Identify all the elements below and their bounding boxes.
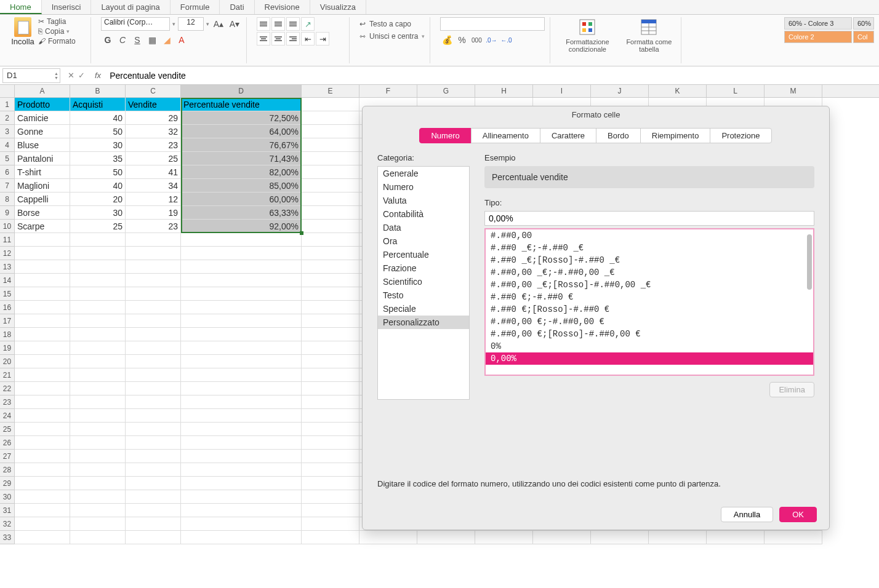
cell[interactable] <box>15 409 70 423</box>
row-header[interactable]: 2 <box>0 111 15 125</box>
cell[interactable] <box>707 531 765 544</box>
cell[interactable] <box>302 138 359 152</box>
category-item[interactable]: Speciale <box>378 302 469 316</box>
row-header[interactable]: 22 <box>0 382 15 395</box>
cell[interactable] <box>15 301 70 314</box>
cell[interactable] <box>181 287 302 301</box>
cell[interactable] <box>126 341 181 355</box>
cell[interactable]: 50 <box>70 165 126 179</box>
cell[interactable] <box>302 341 359 355</box>
category-item[interactable]: Data <box>378 221 469 234</box>
row-header[interactable]: 19 <box>0 341 15 355</box>
cell[interactable] <box>126 247 181 260</box>
row-header[interactable]: 5 <box>0 152 15 165</box>
cell[interactable] <box>70 368 126 382</box>
ribbon-tab-layout-di-pagina[interactable]: Layout di pagina <box>91 0 170 14</box>
cell[interactable] <box>70 287 126 301</box>
row-header[interactable]: 12 <box>0 247 15 260</box>
row-header[interactable]: 33 <box>0 531 15 544</box>
row-header[interactable]: 7 <box>0 179 15 193</box>
cell[interactable] <box>70 382 126 395</box>
increase-indent-button[interactable]: ⇥ <box>316 32 329 46</box>
ribbon-tab-formule[interactable]: Formule <box>171 0 220 14</box>
row-header[interactable]: 25 <box>0 423 15 436</box>
cell[interactable]: 34 <box>126 179 181 193</box>
cell[interactable] <box>181 395 302 409</box>
align-right-button[interactable] <box>286 32 300 46</box>
cell[interactable]: 64,00% <box>181 125 302 138</box>
cell[interactable] <box>302 220 359 233</box>
select-all-corner[interactable] <box>0 85 15 97</box>
cell[interactable] <box>15 355 70 368</box>
cell[interactable] <box>302 206 359 220</box>
cell[interactable]: 40 <box>70 111 126 125</box>
cell[interactable] <box>126 368 181 382</box>
row-header[interactable]: 14 <box>0 274 15 287</box>
merge-center-button[interactable]: ⇿Unisci e centra ▾ <box>359 32 425 41</box>
cell[interactable] <box>126 274 181 287</box>
cell[interactable] <box>15 368 70 382</box>
cell[interactable] <box>181 247 302 260</box>
cell[interactable] <box>181 504 302 517</box>
dialog-tab-carattere[interactable]: Carattere <box>540 128 596 143</box>
cell[interactable] <box>302 287 359 301</box>
cell[interactable] <box>302 436 359 450</box>
cell[interactable] <box>302 355 359 368</box>
cell[interactable]: 20 <box>70 193 126 206</box>
cell[interactable]: 41 <box>126 165 181 179</box>
cell[interactable] <box>181 314 302 328</box>
bold-button[interactable]: G <box>101 33 114 47</box>
cell[interactable] <box>70 504 126 517</box>
increase-font-button[interactable]: A▴ <box>212 17 225 31</box>
row-header[interactable]: 24 <box>0 409 15 423</box>
border-button[interactable]: ▦ <box>145 33 159 47</box>
font-size-select[interactable]: 12 <box>178 17 204 31</box>
cell[interactable]: 23 <box>126 138 181 152</box>
ribbon-tab-visualizza[interactable]: Visualizza <box>310 0 366 14</box>
cell[interactable] <box>181 233 302 247</box>
cell[interactable]: 19 <box>126 206 181 220</box>
cell[interactable] <box>302 98 359 111</box>
cell[interactable] <box>302 179 359 193</box>
cell[interactable] <box>302 423 359 436</box>
cell[interactable]: Pantaloni <box>15 152 70 165</box>
ok-button[interactable]: OK <box>779 507 817 522</box>
cell[interactable] <box>181 260 302 274</box>
cell[interactable] <box>302 504 359 517</box>
cut-button[interactable]: ✂Taglia <box>38 17 76 26</box>
cell[interactable] <box>181 450 302 463</box>
cell[interactable] <box>181 490 302 504</box>
wrap-text-button[interactable]: ↩Testo a capo <box>359 20 425 28</box>
cell[interactable]: 25 <box>126 152 181 165</box>
cell[interactable] <box>15 517 70 531</box>
cell[interactable] <box>181 531 302 544</box>
cell[interactable] <box>70 490 126 504</box>
cell[interactable] <box>70 314 126 328</box>
cell[interactable] <box>126 395 181 409</box>
cell[interactable] <box>302 165 359 179</box>
align-bottom-button[interactable] <box>286 17 300 31</box>
format-painter-button[interactable]: 🖌Formato <box>38 37 76 46</box>
column-header[interactable]: H <box>475 85 533 97</box>
cell[interactable] <box>15 450 70 463</box>
cell[interactable] <box>181 355 302 368</box>
dialog-tab-riempimento[interactable]: Riempimento <box>640 128 711 143</box>
cancel-formula-icon[interactable]: ✕ <box>68 71 74 80</box>
type-item[interactable]: 0,00% <box>486 352 813 365</box>
cell[interactable] <box>533 531 591 544</box>
cell[interactable]: 72,50% <box>181 111 302 125</box>
row-header[interactable]: 26 <box>0 436 15 450</box>
cell[interactable]: Cappelli <box>15 193 70 206</box>
cell[interactable] <box>302 111 359 125</box>
cell[interactable]: Gonne <box>15 125 70 138</box>
decrease-indent-button[interactable]: ⇤ <box>301 32 315 46</box>
cell[interactable] <box>70 233 126 247</box>
type-item[interactable]: #.##0,00 <box>486 229 813 242</box>
cell[interactable] <box>15 504 70 517</box>
underline-button[interactable]: S <box>130 33 144 47</box>
cell[interactable] <box>15 423 70 436</box>
row-header[interactable]: 6 <box>0 165 15 179</box>
cell[interactable] <box>126 328 181 341</box>
font-name-select[interactable]: Calibri (Corp… <box>101 17 170 31</box>
row-header[interactable]: 15 <box>0 287 15 301</box>
